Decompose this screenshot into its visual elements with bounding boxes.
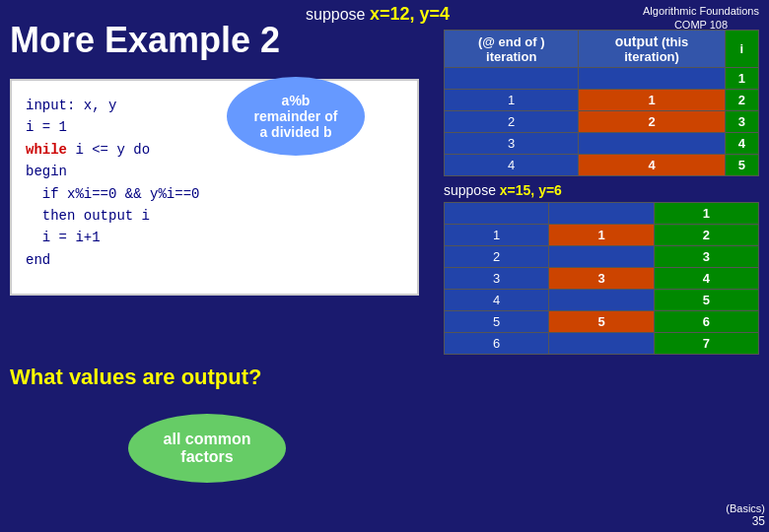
suppose-label-2: suppose x=15, y=6: [444, 182, 759, 198]
t2r2c1: 1: [445, 225, 549, 246]
table1: (@ end of )iteration output (thisiterati…: [444, 30, 759, 176]
t2r6c3: 6: [654, 311, 758, 333]
bubble-text: a%bremainder ofa divided b: [254, 93, 338, 140]
table-row: 6 7: [445, 333, 759, 355]
table-row: 1: [445, 203, 759, 225]
t2r3c2: [549, 246, 654, 268]
x15-value: x=15, y=6: [500, 182, 562, 198]
t2r6c1: 5: [445, 311, 549, 333]
t2r4c1: 3: [445, 268, 549, 290]
t2r7c3: 7: [654, 333, 758, 355]
table-row: 3 3 4: [445, 268, 759, 290]
t2r7c1: 6: [445, 333, 549, 355]
t1r4c3: 4: [725, 133, 758, 155]
t1r1c3: 1: [725, 68, 758, 90]
table-row: 2 3: [445, 246, 759, 268]
suppose-label-1: suppose x=12, y=4: [306, 4, 450, 25]
t2r4c2: 3: [549, 268, 654, 290]
course-header: Algorithmic Foundations COMP 108: [643, 4, 759, 33]
t1r3c2: 2: [579, 111, 725, 133]
page-title: More Example 2: [10, 20, 280, 61]
t1r2c1: 1: [445, 90, 579, 111]
t1r1c1: [445, 68, 579, 90]
t2r1c3: 1: [654, 203, 758, 225]
t1r1c2: [579, 68, 725, 90]
table1-col2-header: output (thisiteration): [579, 31, 725, 68]
table-row: 1 1 2: [445, 90, 759, 111]
t1r5c3: 5: [725, 155, 758, 176]
code-line-5: if x%i==0 && y%i==0: [26, 183, 403, 205]
table1-col1-header: (@ end of )iteration: [445, 31, 579, 68]
bubble-remainder: a%bremainder ofa divided b: [227, 77, 365, 156]
table-row: 3 4: [445, 133, 759, 155]
t2r7c2: [549, 333, 654, 355]
code-line-6: then output i: [26, 205, 403, 227]
code-line-8: end: [26, 249, 403, 271]
t2r5c1: 4: [445, 290, 549, 311]
t1r5c1: 4: [445, 155, 579, 176]
what-values-label: What values are output?: [10, 365, 261, 390]
table-row: 1: [445, 68, 759, 90]
basics-label: (Basics): [726, 502, 765, 514]
t2r5c3: 5: [654, 290, 758, 311]
t2r5c2: [549, 290, 654, 311]
t1r2c2: 1: [579, 90, 725, 111]
t2r2c2: 1: [549, 225, 654, 246]
t2r1c1: [445, 203, 549, 225]
t1r5c2: 4: [579, 155, 725, 176]
course-name: Algorithmic Foundations: [643, 4, 759, 18]
code-line-7: i = i+1: [26, 227, 403, 248]
x12-value: x=12, y=4: [370, 4, 450, 24]
t2r4c3: 4: [654, 268, 758, 290]
suppose-text: suppose: [306, 6, 370, 23]
table-row: 2 2 3: [445, 111, 759, 133]
table2: 1 1 1 2 2 3 3 3 4 4 5 5: [444, 202, 759, 355]
t2r3c3: 3: [654, 246, 758, 268]
t2r2c3: 2: [654, 225, 758, 246]
t1r3c1: 2: [445, 111, 579, 133]
tables-area: (@ end of )iteration output (thisiterati…: [444, 30, 759, 355]
table1-col3-header: i: [725, 31, 758, 68]
common-factors-text: all commonfactors: [164, 431, 251, 466]
t1r2c3: 2: [725, 90, 758, 111]
t2r3c1: 2: [445, 246, 549, 268]
t1r4c2: [579, 133, 725, 155]
t2r1c2: [549, 203, 654, 225]
table-row: 1 1 2: [445, 225, 759, 246]
table-row: 5 5 6: [445, 311, 759, 333]
code-line-4: begin: [26, 161, 403, 182]
page-number: 35: [752, 514, 765, 528]
t1r4c1: 3: [445, 133, 579, 155]
t2r6c2: 5: [549, 311, 654, 333]
table-row: 4 4 5: [445, 155, 759, 176]
table-row: 4 5: [445, 290, 759, 311]
t1r3c3: 3: [725, 111, 758, 133]
common-factors-bubble: all commonfactors: [128, 414, 286, 483]
